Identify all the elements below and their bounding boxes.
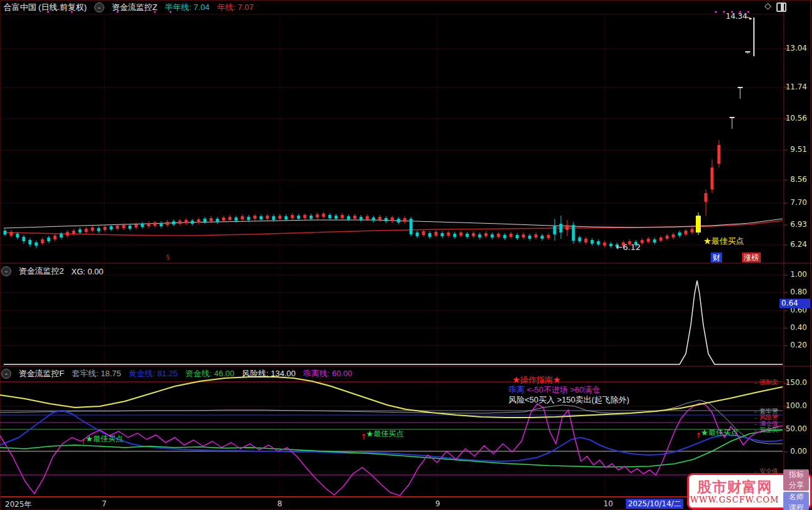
- watermark-site-name: 股市财富网: [690, 479, 779, 495]
- indicator-name[interactable]: 资金流监控Z: [112, 2, 157, 13]
- watermark-url: WWW.GSCFW.COM: [690, 495, 779, 504]
- axis-price-label: 0.40: [790, 323, 807, 332]
- stock-title: 合富中国 (日线.前复权): [4, 2, 87, 13]
- fengxian-line-value: 风险线: 134.00: [242, 368, 295, 379]
- axis-price-label: 6.24: [790, 240, 807, 249]
- high-price-annotation: 14.34: [726, 12, 747, 21]
- cursor-value-marker: 0.64: [780, 299, 810, 308]
- axis-price-label: 150.0: [786, 378, 807, 387]
- xaxis-label[interactable]: 2025年: [5, 499, 32, 510]
- threshold-tag: ←强制卖: [753, 378, 778, 387]
- note-guaili-rule: <-50不进场 >60满仓: [525, 385, 600, 394]
- axis-price-label: 13.04: [786, 44, 807, 52]
- best-buy-label: ★最佳买点: [366, 429, 404, 439]
- xg-value: XG: 0.00: [71, 267, 103, 276]
- best-buy-label: ★最佳买点: [701, 428, 738, 438]
- watermark-badge-courses: 名师课程: [783, 492, 809, 510]
- note-title: ★操作指南★: [508, 375, 630, 385]
- best-buy-label: ★最佳买点: [86, 434, 123, 444]
- guaili-line-value: 乖离线: 60.00: [303, 368, 352, 379]
- panel3-header: ⌄ 资金流监控F 套牢线: 18.75 黄金线: 81.25 资金线: 46.0…: [1, 368, 352, 379]
- trading-app-window: 合富中国 (日线.前复权) ⌄ 资金流监控Z 半年线: 7.04 年线: 7.0…: [0, 0, 812, 510]
- axis-price-label: 0.20: [790, 341, 807, 349]
- panel3-indicator-name[interactable]: 资金流监控F: [19, 368, 64, 379]
- low-price-annotation: ←6.12: [616, 242, 641, 252]
- window-split-icon[interactable]: [776, 2, 786, 12]
- collapse-chevron-icon[interactable]: ⌄: [1, 266, 11, 276]
- note-rule-guaili: 乖离 <-50不进场 >60满仓: [508, 385, 630, 395]
- year-line-value: 年线: 7.07: [217, 2, 254, 13]
- axis-price-label: 50.00: [786, 424, 807, 433]
- axis-price-label: 7.70: [790, 198, 807, 207]
- zijin-line-value: 资金线: 46.00: [185, 368, 234, 379]
- huangjin-line-value: 黄金线: 81.25: [129, 368, 178, 379]
- zhangbang-badge[interactable]: 涨榜: [742, 252, 761, 262]
- note-guaili-word: 乖离: [508, 385, 525, 394]
- axis-price-label: 11.74: [786, 82, 807, 91]
- note-rule-risk: 风险<50买入 >150卖出(起飞除外): [508, 395, 630, 405]
- best-buy-label-main: ★最佳买点: [703, 236, 744, 247]
- signal-mark: §: [166, 253, 170, 261]
- threshold-tag: ←安全买: [753, 426, 778, 434]
- panel2-indicator-name[interactable]: 资金流监控2: [19, 266, 64, 277]
- diamond-icon[interactable]: ◇: [765, 1, 771, 11]
- axis-price-label: 0.00: [790, 447, 807, 456]
- axis-price-label: 100.0: [786, 401, 807, 410]
- axis-price-label: 9.51: [790, 145, 807, 154]
- panel2-header: ⌄ 资金流监控2 XG: 0.00: [1, 266, 104, 277]
- collapse-chevron-icon[interactable]: ⌄: [1, 369, 11, 379]
- cai-badge[interactable]: 财: [711, 252, 722, 262]
- xaxis-label[interactable]: 9: [435, 499, 440, 508]
- xaxis-label[interactable]: 10: [603, 499, 613, 508]
- axis-price-label: 1.00: [790, 270, 807, 279]
- taolao-line-value: 套牢线: 18.75: [72, 368, 121, 379]
- current-date-badge[interactable]: 2025/10/14/二: [626, 499, 683, 509]
- axis-price-label: 8.56: [790, 175, 807, 184]
- collapse-chevron-icon[interactable]: ⌄: [94, 2, 104, 12]
- main-chart-header: 合富中国 (日线.前复权) ⌄ 资金流监控Z 半年线: 7.04 年线: 7.0…: [4, 2, 254, 13]
- half-year-line-value: 半年线: 7.04: [165, 2, 210, 13]
- axis-price-label: 6.93: [790, 220, 807, 229]
- operation-guide-note: ★操作指南★ 乖离 <-50不进场 >60满仓 风险<50买入 >150卖出(起…: [508, 375, 630, 405]
- watermark-badge-indicator-share: 指标分享: [783, 469, 809, 491]
- xaxis-label[interactable]: 7: [102, 499, 107, 508]
- watermark-box: 股市财富网 WWW.GSCFW.COM 指标分享 名师课程: [687, 473, 812, 509]
- xaxis-label[interactable]: 8: [277, 499, 282, 508]
- axis-price-label: 10.56: [786, 114, 807, 122]
- axis-price-label: 0.80: [790, 288, 807, 296]
